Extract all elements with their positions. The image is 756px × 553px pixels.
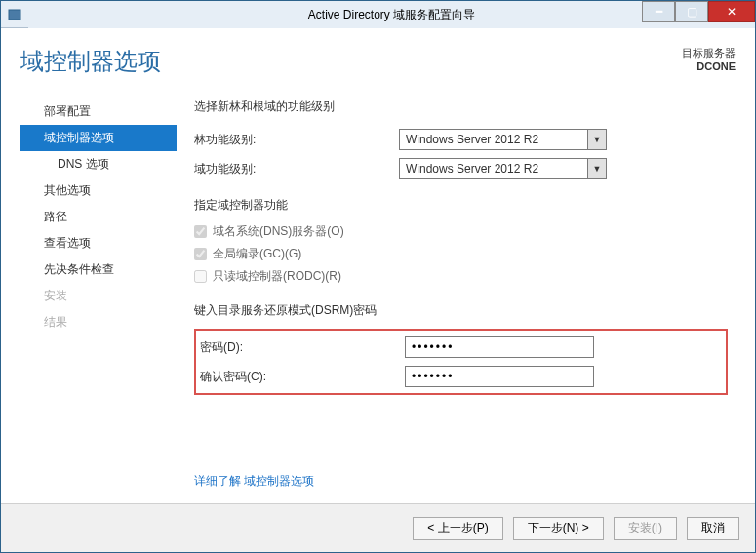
next-button[interactable]: 下一步(N) > bbox=[513, 517, 604, 540]
section-functional-levels: 选择新林和根域的功能级别 bbox=[194, 99, 728, 115]
wizard-window: Active Directory 域服务配置向导 ━ ▢ ✕ 域控制器选项 目标… bbox=[0, 0, 756, 553]
confirm-password-field[interactable] bbox=[405, 366, 594, 387]
prev-button[interactable]: < 上一步(P) bbox=[413, 517, 502, 540]
domain-level-combo[interactable]: Windows Server 2012 R2 ▼ bbox=[399, 158, 588, 179]
sidebar: 部署配置 域控制器选项 DNS 选项 其他选项 路径 查看选项 先决条件检查 安… bbox=[20, 99, 177, 503]
domain-level-value: Windows Server 2012 R2 bbox=[406, 162, 538, 176]
forest-level-combo[interactable]: Windows Server 2012 R2 ▼ bbox=[399, 129, 588, 150]
sidebar-item-install: 安装 bbox=[20, 283, 177, 309]
chevron-down-icon[interactable]: ▼ bbox=[587, 158, 607, 179]
section-dc-capabilities: 指定域控制器功能 bbox=[194, 197, 728, 214]
titlebar: Active Directory 域服务配置向导 ━ ▢ ✕ bbox=[1, 1, 755, 28]
forest-level-value: Windows Server 2012 R2 bbox=[406, 133, 538, 146]
header-row: 域控制器选项 目标服务器 DCONE bbox=[20, 46, 736, 77]
sidebar-item-dc-options[interactable]: 域控制器选项 bbox=[20, 125, 177, 151]
maximize-button[interactable]: ▢ bbox=[675, 1, 708, 22]
chevron-down-icon[interactable]: ▼ bbox=[587, 129, 607, 150]
domain-level-row: 域功能级别: Windows Server 2012 R2 ▼ bbox=[194, 158, 728, 179]
target-server-box: 目标服务器 DCONE bbox=[682, 46, 736, 77]
confirm-password-label: 确认密码(C): bbox=[200, 369, 405, 385]
sidebar-item-results: 结果 bbox=[20, 309, 177, 336]
svg-rect-0 bbox=[9, 10, 20, 20]
sidebar-item-dns-options[interactable]: DNS 选项 bbox=[20, 151, 177, 178]
sidebar-item-paths[interactable]: 路径 bbox=[20, 204, 177, 230]
content-area: 域控制器选项 目标服务器 DCONE 部署配置 域控制器选项 DNS 选项 其他… bbox=[1, 28, 755, 503]
password-row: 密码(D): bbox=[200, 336, 722, 358]
target-server-label: 目标服务器 bbox=[682, 46, 736, 59]
more-info-link[interactable]: 详细了解 域控制器选项 bbox=[194, 473, 314, 490]
page-title: 域控制器选项 bbox=[20, 46, 161, 77]
main-area: 部署配置 域控制器选项 DNS 选项 其他选项 路径 查看选项 先决条件检查 安… bbox=[20, 99, 736, 503]
app-icon bbox=[1, 8, 28, 21]
footer: < 上一步(P) 下一步(N) > 安装(I) 取消 bbox=[1, 503, 755, 552]
forest-level-label: 林功能级别: bbox=[194, 132, 399, 148]
form-area: 选择新林和根域的功能级别 林功能级别: Windows Server 2012 … bbox=[194, 99, 736, 503]
sidebar-item-prereq[interactable]: 先决条件检查 bbox=[20, 257, 177, 283]
checkbox-rodc-row: 只读域控制器(RODC)(R) bbox=[194, 268, 728, 285]
checkbox-rodc bbox=[194, 270, 207, 283]
sidebar-item-additional[interactable]: 其他选项 bbox=[20, 178, 177, 204]
checkbox-gc bbox=[194, 248, 207, 260]
install-button: 安装(I) bbox=[614, 517, 677, 540]
section-dsrm: 键入目录服务还原模式(DSRM)密码 bbox=[194, 302, 728, 319]
cancel-button[interactable]: 取消 bbox=[687, 517, 739, 540]
checkbox-gc-label: 全局编录(GC)(G) bbox=[213, 246, 301, 262]
minimize-button[interactable]: ━ bbox=[642, 1, 675, 22]
sidebar-item-review[interactable]: 查看选项 bbox=[20, 230, 177, 257]
confirm-password-row: 确认密码(C): bbox=[200, 366, 722, 387]
window-controls: ━ ▢ ✕ bbox=[642, 1, 755, 22]
checkbox-dns bbox=[194, 225, 207, 238]
password-label: 密码(D): bbox=[200, 339, 405, 356]
forest-level-row: 林功能级别: Windows Server 2012 R2 ▼ bbox=[194, 129, 728, 150]
close-button[interactable]: ✕ bbox=[708, 1, 755, 22]
target-server-name: DCONE bbox=[682, 59, 736, 73]
password-highlight-box: 密码(D): 确认密码(C): bbox=[194, 329, 728, 395]
domain-level-label: 域功能级别: bbox=[194, 161, 399, 178]
checkbox-rodc-label: 只读域控制器(RODC)(R) bbox=[213, 268, 341, 285]
checkbox-gc-row: 全局编录(GC)(G) bbox=[194, 246, 728, 262]
checkbox-dns-label: 域名系统(DNS)服务器(O) bbox=[213, 223, 344, 240]
checkbox-dns-row: 域名系统(DNS)服务器(O) bbox=[194, 223, 728, 240]
password-field[interactable] bbox=[405, 336, 594, 358]
sidebar-item-deployment[interactable]: 部署配置 bbox=[20, 99, 177, 125]
